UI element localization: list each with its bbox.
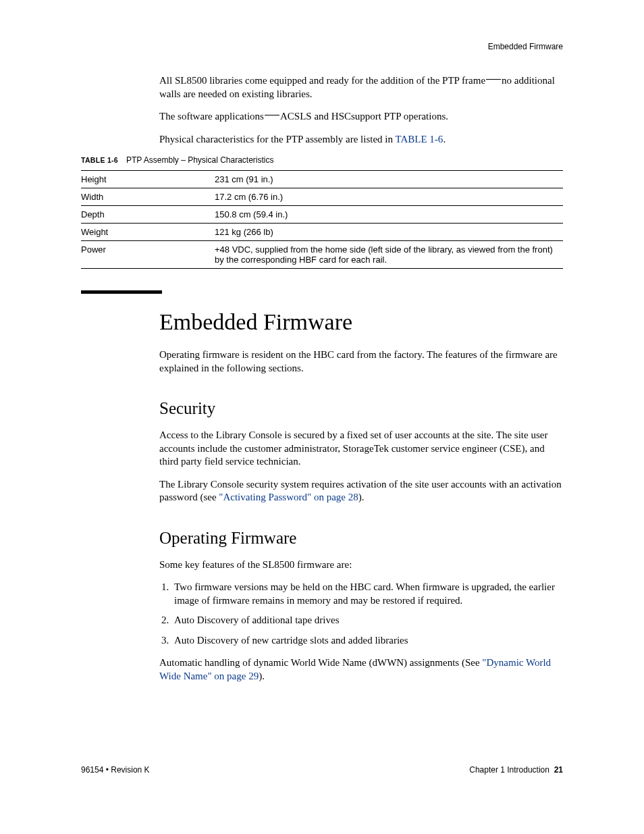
operating-firmware-intro: Some key features of the SL8500 firmware… <box>159 558 563 572</box>
page-footer: 96154 • Revision K Chapter 1 Introductio… <box>81 765 563 775</box>
text: ). <box>259 671 265 681</box>
security-paragraph-1: Access to the Library Console is secured… <box>159 429 563 469</box>
footer-page-number: 21 <box>554 765 563 775</box>
table-label: TABLE 1-6 <box>81 156 118 164</box>
table-title: PTP Assembly – Physical Characteristics <box>126 155 274 165</box>
section-rule-icon <box>81 290 162 294</box>
table-cell-key: Weight <box>81 224 215 241</box>
table-cell-key: Depth <box>81 206 215 224</box>
table-reference-link[interactable]: TABLE 1-6 <box>396 134 444 145</box>
firmware-feature-list: Two firmware versions may be held on the… <box>159 581 563 647</box>
section-heading-security: Security <box>159 399 563 418</box>
ptp-spec-table: Height231 cm (91 in.)Width17.2 cm (6.76 … <box>81 170 563 269</box>
table-cell-key: Height <box>81 171 215 188</box>
embedded-firmware-paragraph: Operating firmware is resident on the HB… <box>159 348 563 375</box>
text: ACSLS and HSCsupport PTP operations. <box>280 111 448 122</box>
security-section: Security Access to the Library Console i… <box>159 399 563 504</box>
table-cell-value: 150.8 cm (59.4 in.) <box>215 206 563 224</box>
em-dash-icon <box>265 115 279 115</box>
table-row: Height231 cm (91 in.) <box>81 171 563 188</box>
table-row: Depth150.8 cm (59.4 in.) <box>81 206 563 224</box>
footer-left: 96154 • Revision K <box>81 765 150 775</box>
intro-paragraph-2: The software applicationsACSLS and HSCsu… <box>159 110 563 124</box>
text: Physical characteristics for the PTP ass… <box>159 134 396 145</box>
text: ). <box>358 492 365 502</box>
activating-password-link[interactable]: "Activating Password" on page 28 <box>219 492 358 502</box>
table-row: Power+48 VDC, supplied from the home sid… <box>81 241 563 269</box>
em-dash-icon <box>486 79 501 80</box>
intro-paragraph-1: All SL8500 libraries come equipped and r… <box>159 74 563 101</box>
list-item: Auto Discovery of additional tape drives <box>171 614 563 627</box>
table-cell-value: +48 VDC, supplied from the home side (le… <box>215 241 563 269</box>
section-heading-operating-firmware: Operating Firmware <box>159 529 563 548</box>
intro-paragraph-3: Physical characteristics for the PTP ass… <box>159 133 563 147</box>
text: All SL8500 libraries come equipped and r… <box>159 75 485 86</box>
page: Embedded Firmware All SL8500 libraries c… <box>0 0 644 834</box>
list-item: Auto Discovery of new cartridge slots an… <box>171 634 563 648</box>
operating-firmware-paragraph-2: Automatic handling of dynamic World Wide… <box>159 656 563 683</box>
list-item: Two firmware versions may be held on the… <box>171 581 563 607</box>
table-cell-key: Power <box>81 241 215 269</box>
operating-firmware-section: Operating Firmware Some key features of … <box>159 529 563 683</box>
main-content: All SL8500 libraries come equipped and r… <box>159 74 563 692</box>
text: Automatic handling of dynamic World Wide… <box>159 657 482 668</box>
table-cell-value: 121 kg (266 lb) <box>215 224 563 241</box>
footer-chapter: Chapter 1 Introduction <box>469 765 549 775</box>
running-header: Embedded Firmware <box>488 42 563 51</box>
footer-right: Chapter 1 Introduction 21 <box>469 765 563 775</box>
table-caption: TABLE 1-6PTP Assembly – Physical Charact… <box>81 155 563 165</box>
text: . <box>443 134 446 145</box>
table-cell-value: 231 cm (91 in.) <box>215 171 563 188</box>
table-cell-value: 17.2 cm (6.76 in.) <box>215 188 563 206</box>
section-heading-embedded-firmware: Embedded Firmware <box>159 309 563 335</box>
text: The software applications <box>159 111 264 122</box>
table-cell-key: Width <box>81 188 215 206</box>
security-paragraph-2: The Library Console security system requ… <box>159 478 563 504</box>
table-row: Weight121 kg (266 lb) <box>81 224 563 241</box>
table-row: Width17.2 cm (6.76 in.) <box>81 188 563 206</box>
embedded-firmware-section: Embedded Firmware Operating firmware is … <box>159 309 563 375</box>
